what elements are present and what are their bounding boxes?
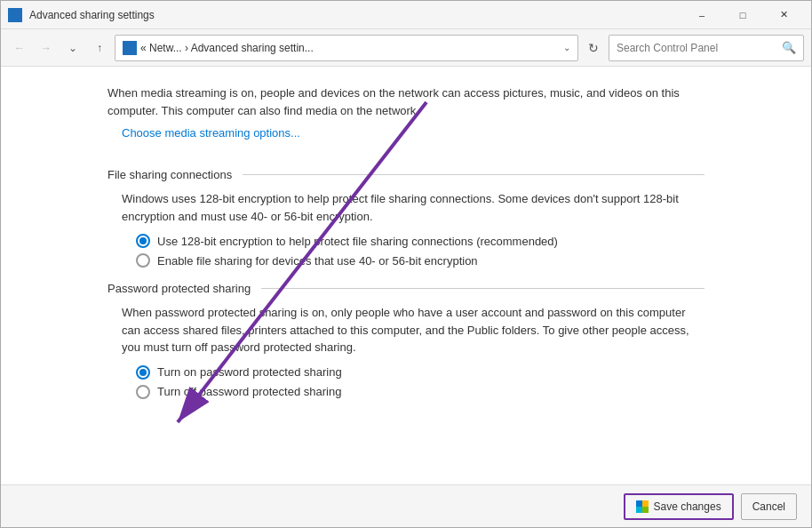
radio-use128[interactable] — [136, 234, 150, 248]
maximize-button[interactable]: □ — [722, 1, 763, 29]
file-sharing-header: File sharing connections — [107, 168, 705, 181]
address-field[interactable]: « Netw... › Advanced sharing settin... ⌄ — [115, 35, 578, 61]
close-button[interactable]: ✕ — [763, 1, 804, 29]
bottom-bar: Save changes Cancel — [1, 484, 811, 527]
minimize-button[interactable]: – — [681, 1, 722, 29]
password-option-off[interactable]: Turn off password protected sharing — [107, 385, 705, 399]
file-sharing-title: File sharing connections — [107, 168, 232, 181]
password-protected-title: Password protected sharing — [107, 282, 251, 295]
password-protected-divider — [261, 288, 705, 289]
network-icon — [123, 41, 137, 55]
window-controls: – □ ✕ — [681, 1, 804, 29]
password-protected-description: When password protected sharing is on, o… — [107, 304, 705, 356]
file-sharing-option-1[interactable]: Use 128-bit encryption to help protect f… — [107, 234, 705, 248]
title-bar: Advanced sharing settings – □ ✕ — [1, 1, 811, 29]
content-area: When media streaming is on, people and d… — [1, 67, 811, 484]
app-icon — [8, 8, 22, 22]
dropdown-button[interactable]: ⌄ — [61, 36, 84, 60]
svg-rect-0 — [636, 500, 642, 507]
file-sharing-section: File sharing connections Windows uses 12… — [107, 168, 705, 268]
refresh-button[interactable]: ↻ — [582, 36, 605, 60]
file-sharing-divider — [243, 174, 705, 175]
radio-use4056-label: Enable file sharing for devices that use… — [157, 254, 478, 268]
svg-rect-1 — [642, 500, 649, 507]
save-icon — [636, 500, 649, 513]
radio-pw-on-label: Turn on password protected sharing — [157, 365, 342, 379]
address-chevron-icon[interactable]: ⌄ — [563, 43, 570, 52]
password-protected-section: Password protected sharing When password… — [107, 282, 705, 399]
search-icon: 🔍 — [782, 41, 796, 54]
save-button-label: Save changes — [654, 500, 721, 513]
svg-rect-3 — [642, 507, 649, 513]
radio-use128-label: Use 128-bit encryption to help protect f… — [157, 235, 558, 248]
search-input[interactable] — [617, 42, 778, 54]
file-sharing-description: Windows uses 128-bit encryption to help … — [107, 190, 705, 225]
media-streaming-description: When media streaming is on, people and d… — [107, 84, 705, 119]
address-bar: ← → ⌄ ↑ « Netw... › Advanced sharing set… — [1, 29, 811, 67]
radio-pw-off[interactable] — [136, 385, 150, 399]
address-text: « Netw... › Advanced sharing settin... — [140, 42, 560, 54]
file-sharing-option-2[interactable]: Enable file sharing for devices that use… — [107, 253, 705, 268]
password-protected-header: Password protected sharing — [107, 282, 705, 295]
back-button[interactable]: ← — [8, 36, 31, 60]
up-button[interactable]: ↑ — [88, 36, 111, 60]
password-option-on[interactable]: Turn on password protected sharing — [107, 365, 705, 380]
svg-rect-2 — [636, 507, 642, 513]
radio-pw-on[interactable] — [136, 365, 150, 380]
window-title: Advanced sharing settings — [29, 9, 681, 21]
cancel-button[interactable]: Cancel — [741, 493, 797, 520]
radio-use4056[interactable] — [136, 253, 150, 268]
forward-button[interactable]: → — [35, 36, 58, 60]
radio-pw-off-label: Turn off password protected sharing — [157, 385, 341, 398]
media-streaming-link[interactable]: Choose media streaming options... — [107, 126, 300, 140]
save-button[interactable]: Save changes — [624, 493, 734, 520]
search-field[interactable]: 🔍 — [609, 35, 804, 61]
